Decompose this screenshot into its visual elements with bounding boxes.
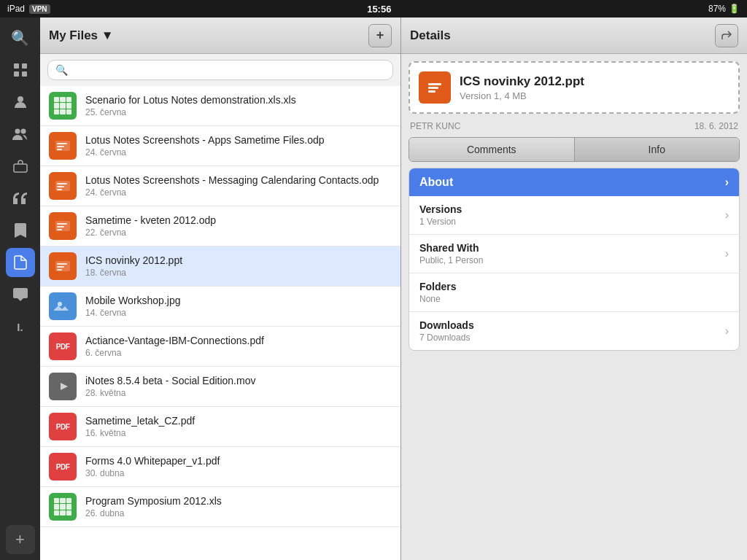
file-meta: Lotus Notes Screenshots - Apps Sametime … bbox=[85, 134, 392, 158]
file-list: Scenario for Lotus Notes demonstration.x… bbox=[40, 86, 400, 560]
about-row-subtitle: 1 Version bbox=[419, 217, 462, 227]
status-right: 87% 🔋 bbox=[708, 4, 740, 14]
file-date: 25. června bbox=[85, 107, 392, 117]
file-date: 28. května bbox=[85, 388, 392, 398]
sidebar-item-group[interactable] bbox=[6, 120, 35, 149]
file-icon: PDF bbox=[49, 413, 77, 440]
list-item[interactable]: Mobile Workshop.jpg14. června bbox=[40, 287, 400, 327]
file-icon: PDF bbox=[49, 332, 77, 360]
time-display: 15:56 bbox=[367, 4, 391, 15]
svg-rect-34 bbox=[428, 87, 438, 89]
file-owner-row: PETR KUNC 18. 6. 2012 bbox=[401, 121, 747, 137]
sidebar-item-briefcase[interactable] bbox=[6, 152, 35, 181]
svg-rect-33 bbox=[428, 83, 441, 85]
search-input[interactable] bbox=[72, 64, 385, 76]
list-item[interactable]: Lotus Notes Screenshots - Messaging Cale… bbox=[40, 166, 400, 206]
chevron-right-icon: › bbox=[725, 247, 729, 260]
about-label: About bbox=[419, 176, 453, 189]
file-meta: ICS novinky 2012.ppt18. června bbox=[85, 254, 392, 278]
list-item[interactable]: ICS novinky 2012.ppt18. června bbox=[40, 246, 400, 287]
status-left: iPad VPN bbox=[7, 4, 50, 14]
about-row[interactable]: Downloads7 Downloads› bbox=[409, 312, 739, 350]
details-title: Details bbox=[410, 28, 451, 43]
list-item[interactable]: PDFSametime_letak_CZ.pdf16. května bbox=[40, 407, 400, 447]
about-row-title: Shared With bbox=[419, 242, 483, 254]
card-file-icon bbox=[419, 71, 451, 104]
about-row-left: FoldersNone bbox=[419, 281, 457, 304]
sidebar-item-person[interactable] bbox=[6, 88, 35, 117]
about-row-title: Versions bbox=[419, 203, 462, 215]
file-meta: Lotus Notes Screenshots - Messaging Cale… bbox=[85, 174, 392, 198]
file-icon bbox=[49, 252, 77, 280]
svg-rect-35 bbox=[428, 90, 436, 93]
tab-comments[interactable]: Comments bbox=[409, 138, 575, 161]
list-item[interactable]: PDFActiance-Vantage-IBM-Connections.pdf6… bbox=[40, 327, 400, 367]
list-item[interactable]: PDFForms 4.0 Whitepaper_v1.pdf30. dubna bbox=[40, 447, 400, 487]
file-icon bbox=[49, 92, 77, 120]
sidebar-item-text[interactable]: I. bbox=[6, 312, 35, 341]
card-filename: ICS novinky 2012.ppt bbox=[460, 74, 729, 89]
svg-rect-22 bbox=[57, 229, 62, 230]
sidebar-item-chat[interactable] bbox=[6, 280, 35, 309]
file-date: 14. června bbox=[85, 308, 392, 318]
about-row[interactable]: Shared WithPublic, 1 Person› bbox=[409, 235, 739, 273]
svg-rect-15 bbox=[57, 183, 67, 184]
file-date: 22. června bbox=[85, 228, 392, 238]
details-panel: Details ICS novinky 2012.ppt Version bbox=[401, 18, 747, 560]
file-meta: Sametime - kveten 2012.odp22. června bbox=[85, 214, 392, 238]
tab-info[interactable]: Info bbox=[575, 138, 740, 161]
sidebar-add-button[interactable]: + bbox=[6, 525, 35, 554]
file-date: 30. dubna bbox=[85, 468, 392, 478]
file-icon bbox=[49, 292, 77, 320]
sidebar-item-search[interactable]: 🔍 bbox=[6, 23, 35, 52]
sidebar-item-quote[interactable] bbox=[6, 184, 35, 213]
about-row-left: Downloads7 Downloads bbox=[419, 319, 474, 343]
about-row-left: Versions1 Version bbox=[419, 203, 462, 227]
list-item[interactable]: Sametime - kveten 2012.odp22. června bbox=[40, 206, 400, 246]
sidebar-item-grid[interactable] bbox=[6, 55, 35, 85]
svg-rect-11 bbox=[57, 146, 64, 147]
chevron-right-icon: › bbox=[725, 324, 729, 338]
search-input-wrap[interactable]: 🔍 bbox=[47, 60, 393, 80]
file-icon bbox=[49, 132, 77, 160]
svg-rect-28 bbox=[54, 298, 71, 314]
file-meta: iNotes 8.5.4 beta - Social Edition.mov28… bbox=[85, 375, 392, 398]
file-name: Lotus Notes Screenshots - Messaging Cale… bbox=[85, 174, 392, 186]
file-name: Sametime_letak_CZ.pdf bbox=[85, 415, 392, 427]
details-header: Details bbox=[401, 18, 747, 54]
file-name: iNotes 8.5.4 beta - Social Edition.mov bbox=[85, 375, 392, 386]
file-meta: Program Symposium 2012.xls26. dubna bbox=[85, 495, 392, 518]
file-meta: Mobile Workshop.jpg14. června bbox=[85, 295, 392, 318]
about-row-title: Folders bbox=[419, 281, 457, 292]
file-name: ICS novinky 2012.ppt bbox=[85, 254, 392, 266]
svg-rect-3 bbox=[22, 71, 27, 77]
about-row-left: Shared WithPublic, 1 Person bbox=[419, 242, 483, 265]
list-item[interactable]: Program Symposium 2012.xls26. dubna bbox=[40, 487, 400, 527]
list-item[interactable]: Lotus Notes Screenshots - Apps Sametime … bbox=[40, 126, 400, 166]
about-header[interactable]: About › bbox=[409, 168, 739, 196]
file-meta: Sametime_letak_CZ.pdf16. května bbox=[85, 415, 392, 438]
details-tabs: Comments Info bbox=[409, 137, 740, 162]
file-panel-title: My Files ▼ bbox=[49, 28, 114, 43]
main-content: 🔍 I. + My Files ▼ bbox=[0, 18, 747, 560]
about-row-subtitle: 7 Downloads bbox=[419, 332, 474, 343]
about-row: FoldersNone bbox=[409, 273, 739, 312]
about-row[interactable]: Versions1 Version› bbox=[409, 196, 739, 235]
file-meta: Actiance-Vantage-IBM-Connections.pdf6. č… bbox=[85, 335, 392, 358]
about-row-subtitle: Public, 1 Person bbox=[419, 255, 483, 265]
sidebar-item-bookmark[interactable] bbox=[6, 216, 35, 245]
file-name: Mobile Workshop.jpg bbox=[85, 295, 392, 306]
file-name: Sametime - kveten 2012.odp bbox=[85, 214, 392, 226]
selected-file-card: ICS novinky 2012.ppt Version 1, 4 MB bbox=[409, 61, 740, 114]
add-file-button[interactable]: + bbox=[368, 24, 392, 47]
file-date: 24. června bbox=[85, 187, 392, 198]
list-item[interactable]: iNotes 8.5.4 beta - Social Edition.mov28… bbox=[40, 367, 400, 407]
file-meta: Forms 4.0 Whitepaper_v1.pdf30. dubna bbox=[85, 455, 392, 478]
sidebar-item-files[interactable] bbox=[6, 248, 35, 277]
svg-rect-0 bbox=[14, 63, 19, 69]
list-item[interactable]: Scenario for Lotus Notes demonstration.x… bbox=[40, 86, 400, 126]
file-icon bbox=[49, 493, 77, 521]
chevron-right-icon: › bbox=[725, 209, 729, 222]
share-button[interactable] bbox=[715, 24, 738, 47]
file-name: Actiance-Vantage-IBM-Connections.pdf bbox=[85, 335, 392, 346]
